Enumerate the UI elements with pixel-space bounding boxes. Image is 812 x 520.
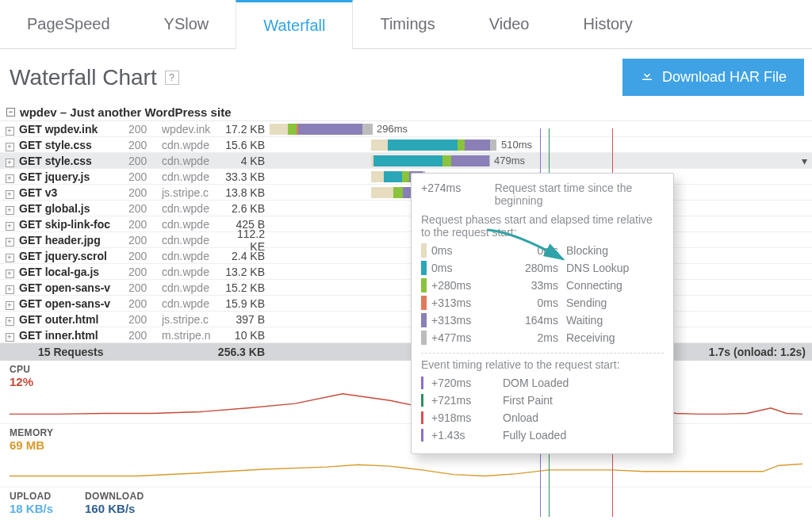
row-name: GET style.css	[19, 155, 128, 167]
tooltip-event-row: +1.43sFully Loaded	[421, 426, 664, 444]
cpu-chart-block: CPU 12%	[0, 361, 812, 420]
tree-root-title: wpdev – Just another WordPress site	[20, 105, 231, 119]
cpu-value: 12%	[10, 375, 802, 388]
plus-icon: +	[6, 301, 14, 310]
table-row[interactable]: +GET outer.html200js.stripe.c397 B	[0, 312, 812, 327]
expand-toggle[interactable]: +	[0, 123, 19, 136]
expand-toggle[interactable]: +	[0, 250, 19, 262]
row-size: 397 B	[220, 313, 270, 326]
row-domain: cdn.wpde	[162, 297, 220, 310]
expand-toggle[interactable]: +	[0, 266, 19, 278]
expand-toggle[interactable]: +	[0, 139, 19, 151]
phase-swatch	[421, 313, 427, 327]
event-offset: +1.43s	[431, 429, 503, 442]
tooltip-start-label: Request start time since the beginning	[495, 182, 664, 207]
row-size: 13.8 KB	[220, 186, 270, 199]
expand-toggle[interactable]: +	[0, 186, 19, 199]
row-domain: cdn.wpde	[162, 155, 220, 167]
table-row[interactable]: +GET header.jpg200cdn.wpde112.2 KE	[0, 232, 812, 248]
chevron-down-icon[interactable]: ▾	[802, 155, 807, 167]
memory-value: 69 MB	[10, 438, 802, 452]
page-title-text: Waterfall Chart	[10, 65, 157, 90]
row-name: GET inner.html	[19, 329, 128, 342]
table-row[interactable]: +GET global.js200cdn.wpde2.6 KB	[0, 201, 812, 216]
row-status: 200	[128, 266, 162, 278]
download-har-button[interactable]: Download HAR File	[622, 59, 804, 96]
table-row[interactable]: +GET style.css200cdn.wpde15.6 KB510ms	[0, 137, 812, 153]
row-status: 200	[128, 218, 162, 231]
event-swatch	[421, 411, 423, 424]
row-status: 200	[128, 123, 162, 136]
upload-value: 18 KB/s	[10, 502, 53, 515]
download-label: DOWNLOAD	[85, 491, 144, 502]
row-domain: cdn.wpde	[162, 234, 220, 247]
tab-pagespeed[interactable]: PageSpeed	[0, 0, 137, 48]
row-name: GET local-ga.js	[19, 266, 128, 278]
download-value: 160 KB/s	[85, 502, 144, 515]
expand-toggle[interactable]: +	[0, 234, 19, 247]
table-row[interactable]: +GET v3200js.stripe.c13.8 KB1	[0, 185, 812, 201]
phase-name: Connecting	[566, 279, 622, 292]
phase-duration: 2ms	[503, 331, 566, 344]
plus-icon: +	[6, 317, 14, 326]
expand-toggle[interactable]: +	[0, 329, 19, 342]
row-status: 200	[128, 313, 162, 326]
waterfall-bar	[371, 155, 490, 166]
tree-root-header[interactable]: − wpdev – Just another WordPress site	[0, 104, 812, 121]
row-waterfall: 479ms▾	[270, 153, 812, 168]
memory-chart	[10, 453, 802, 484]
tooltip-start-time: +274ms	[421, 182, 471, 207]
phase-offset: +313ms	[431, 314, 503, 327]
phase-offset: +280ms	[431, 279, 503, 292]
table-row[interactable]: +GET local-ga.js200cdn.wpde13.2 KB	[0, 264, 812, 280]
table-row[interactable]: +GET open-sans-v200cdn.wpde15.9 KB	[0, 296, 812, 312]
expand-toggle[interactable]: +	[0, 170, 19, 183]
row-size: 13.2 KB	[220, 266, 270, 278]
table-row[interactable]: +GET skip-link-foc200cdn.wpde425 B	[0, 216, 812, 232]
event-name: DOM Loaded	[503, 377, 569, 389]
tooltip-phase-row: +313ms0msSending	[421, 294, 664, 312]
phase-duration: 0ms	[503, 296, 566, 309]
phase-name: Receiving	[566, 331, 615, 344]
row-name: GET open-sans-v	[19, 297, 128, 310]
timing-tooltip: +274ms Request start time since the begi…	[411, 173, 674, 454]
row-status: 200	[128, 281, 162, 294]
expand-toggle[interactable]: +	[0, 218, 19, 231]
tooltip-event-row: +918msOnload	[421, 409, 664, 426]
phase-offset: +313ms	[431, 296, 503, 309]
upload-label: UPLOAD	[10, 491, 53, 502]
row-size: 2.6 KB	[220, 202, 270, 215]
table-row[interactable]: +GET style.css200cdn.wpde4 KB479ms▾	[0, 153, 812, 169]
tab-video[interactable]: Video	[462, 0, 557, 48]
table-row[interactable]: +GET open-sans-v200cdn.wpde15.2 KB	[0, 280, 812, 296]
summary-requests: 15 Requests	[0, 346, 144, 358]
plus-icon: +	[6, 143, 14, 151]
plus-icon: +	[6, 270, 14, 278]
network-chart-block: UPLOAD 18 KB/s DOWNLOAD 160 KB/s	[0, 488, 812, 520]
row-name: GET v3	[19, 186, 128, 199]
expand-toggle[interactable]: +	[0, 281, 19, 294]
expand-toggle[interactable]: +	[0, 202, 19, 215]
tab-waterfall[interactable]: Waterfall	[236, 0, 353, 49]
row-waterfall: 510ms	[270, 137, 812, 152]
table-row[interactable]: +GET jquery.scrol200cdn.wpde2.4 KB	[0, 248, 812, 264]
summary-row: 15 Requests 256.3 KB 1.7s (onload: 1.2s)	[0, 343, 812, 361]
row-time: 479ms	[494, 153, 525, 169]
table-row[interactable]: +GET jquery.js200cdn.wpde33.3 KB	[0, 169, 812, 185]
event-swatch	[421, 394, 423, 407]
row-size: 33.3 KB	[220, 170, 270, 183]
table-row[interactable]: +GET wpdev.ink200wpdev.ink17.2 KB296ms	[0, 121, 812, 137]
tab-yslow[interactable]: YSlow	[137, 0, 236, 48]
plus-icon: +	[6, 222, 14, 231]
tab-timings[interactable]: Timings	[353, 0, 462, 48]
row-size: 10 KB	[220, 329, 270, 342]
row-status: 200	[128, 170, 162, 183]
expand-toggle[interactable]: +	[0, 155, 19, 167]
plus-icon: +	[6, 238, 14, 247]
collapse-icon[interactable]: −	[6, 108, 15, 117]
expand-toggle[interactable]: +	[0, 297, 19, 310]
expand-toggle[interactable]: +	[0, 313, 19, 326]
help-button[interactable]: ?	[165, 71, 179, 85]
table-row[interactable]: +GET inner.html200m.stripe.n10 KB	[0, 327, 812, 343]
tab-history[interactable]: History	[557, 0, 660, 48]
